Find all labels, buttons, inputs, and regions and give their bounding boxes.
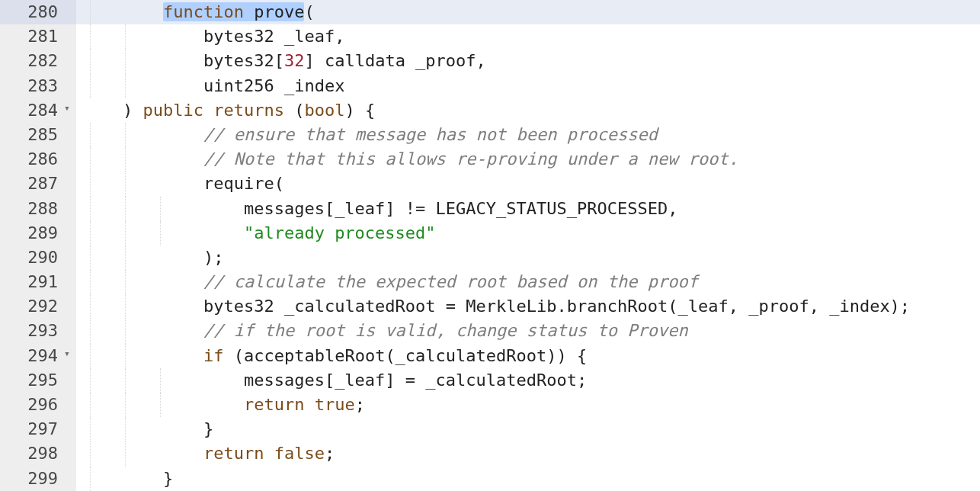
code-content[interactable]: } bbox=[76, 467, 980, 491]
token-kw: returns bbox=[213, 101, 284, 120]
token-id: ; bbox=[325, 444, 335, 463]
code-line[interactable]: 282 bytes32[32] calldata _proof, bbox=[0, 49, 980, 73]
code-content[interactable]: bytes32[32] calldata _proof, bbox=[76, 49, 980, 73]
token-id: bytes32 _calculatedRoot = MerkleLib.bran… bbox=[203, 297, 910, 316]
code-content[interactable]: // Note that this allows re-proving unde… bbox=[76, 147, 980, 172]
token-id: ( bbox=[284, 101, 305, 120]
code-line[interactable]: 298 return false; bbox=[0, 441, 980, 466]
token-sel: function prove bbox=[163, 2, 304, 21]
token-ty: bool bbox=[304, 101, 344, 120]
code-text: // if the root is valid, change status t… bbox=[82, 321, 688, 340]
code-content[interactable]: if (acceptableRoot(_calculatedRoot)) { bbox=[76, 344, 980, 368]
line-number: 292 bbox=[0, 294, 62, 319]
code-content[interactable]: function prove( bbox=[76, 0, 980, 24]
code-content[interactable]: "already processed" bbox=[76, 221, 980, 246]
code-line[interactable]: 295 messages[_leaf] = _calculatedRoot; bbox=[0, 368, 980, 393]
token-cm: // calculate the expected root based on … bbox=[203, 272, 698, 291]
code-line[interactable]: 285 // ensure that message has not been … bbox=[0, 123, 980, 147]
fold-gutter bbox=[62, 123, 76, 147]
line-number: 285 bbox=[0, 123, 62, 147]
code-line[interactable]: 296 return true; bbox=[0, 393, 980, 417]
fold-toggle-icon[interactable] bbox=[62, 98, 76, 123]
line-number: 286 bbox=[0, 147, 62, 172]
code-line[interactable]: 299 } bbox=[0, 467, 980, 491]
code-text: "already processed" bbox=[82, 223, 436, 242]
line-number: 287 bbox=[0, 172, 62, 196]
token-id: (acceptableRoot(_calculatedRoot)) { bbox=[223, 346, 587, 365]
code-line[interactable]: 291 // calculate the expected root based… bbox=[0, 270, 980, 294]
fold-gutter bbox=[62, 172, 76, 196]
code-text: uint256 _index bbox=[82, 76, 344, 95]
code-content[interactable]: ); bbox=[76, 246, 980, 270]
code-content[interactable]: return false; bbox=[76, 441, 980, 466]
token-ty: false bbox=[274, 444, 325, 463]
token-id: uint256 _index bbox=[203, 76, 344, 95]
line-number: 290 bbox=[0, 246, 62, 270]
code-content[interactable]: require( bbox=[76, 172, 980, 196]
fold-gutter bbox=[62, 221, 76, 246]
code-line[interactable]: 297 } bbox=[0, 417, 980, 441]
code-content[interactable]: bytes32 _leaf, bbox=[76, 24, 980, 49]
code-content[interactable]: // ensure that message has not been proc… bbox=[76, 123, 980, 147]
code-content[interactable]: messages[_leaf] = _calculatedRoot; bbox=[76, 368, 980, 393]
code-content[interactable]: uint256 _index bbox=[76, 74, 980, 98]
token-kw: return bbox=[244, 395, 304, 414]
code-line[interactable]: 290 ); bbox=[0, 246, 980, 270]
code-content[interactable]: return true; bbox=[76, 393, 980, 417]
token-id: ); bbox=[203, 248, 224, 267]
fold-gutter bbox=[62, 147, 76, 172]
code-text: messages[_leaf] != LEGACY_STATUS_PROCESS… bbox=[82, 199, 677, 218]
token-id: } bbox=[203, 419, 213, 438]
code-text: // Note that this allows re-proving unde… bbox=[82, 149, 738, 168]
line-number: 291 bbox=[0, 270, 62, 294]
token-ty: true bbox=[315, 395, 355, 414]
code-line[interactable]: 293 // if the root is valid, change stat… bbox=[0, 319, 980, 343]
code-line[interactable]: 280 function prove( bbox=[0, 0, 980, 24]
fold-gutter bbox=[62, 24, 76, 49]
fold-gutter bbox=[62, 270, 76, 294]
token-cm: // Note that this allows re-proving unde… bbox=[203, 149, 738, 168]
token-kw: return bbox=[203, 444, 264, 463]
code-content[interactable]: bytes32 _calculatedRoot = MerkleLib.bran… bbox=[76, 294, 980, 319]
token-cm: // if the root is valid, change status t… bbox=[203, 321, 688, 340]
fold-gutter bbox=[62, 49, 76, 73]
token-id: messages[_leaf] != LEGACY_STATUS_PROCESS… bbox=[244, 199, 678, 218]
fold-gutter bbox=[62, 0, 76, 24]
code-line[interactable]: 292 bytes32 _calculatedRoot = MerkleLib.… bbox=[0, 294, 980, 319]
fold-gutter bbox=[62, 467, 76, 491]
code-editor[interactable]: 280 function prove(281 bytes32 _leaf,282… bbox=[0, 0, 980, 491]
line-number: 284 bbox=[0, 98, 62, 123]
code-text: function prove( bbox=[82, 2, 315, 21]
code-line[interactable]: 283 uint256 _index bbox=[0, 74, 980, 98]
fold-gutter bbox=[62, 393, 76, 417]
token-id: bytes32[ bbox=[203, 51, 284, 70]
code-text: return true; bbox=[82, 395, 365, 414]
token-str: "already processed" bbox=[244, 223, 436, 242]
line-number: 288 bbox=[0, 197, 62, 221]
code-line[interactable]: 284 ) public returns (bool) { bbox=[0, 98, 980, 123]
code-content[interactable]: // if the root is valid, change status t… bbox=[76, 319, 980, 343]
code-content[interactable]: ) public returns (bool) { bbox=[76, 98, 980, 123]
line-number: 296 bbox=[0, 393, 62, 417]
code-content[interactable]: // calculate the expected root based on … bbox=[76, 270, 980, 294]
fold-gutter bbox=[62, 197, 76, 221]
code-line[interactable]: 287 require( bbox=[0, 172, 980, 196]
token-kw: if bbox=[203, 346, 224, 365]
fold-gutter bbox=[62, 294, 76, 319]
token-id bbox=[203, 101, 213, 120]
code-line[interactable]: 289 "already processed" bbox=[0, 221, 980, 246]
code-content[interactable]: messages[_leaf] != LEGACY_STATUS_PROCESS… bbox=[76, 197, 980, 221]
code-content[interactable]: } bbox=[76, 417, 980, 441]
token-id: require( bbox=[203, 174, 284, 193]
line-number: 295 bbox=[0, 368, 62, 393]
code-text: ) public returns (bool) { bbox=[82, 101, 375, 120]
code-line[interactable]: 288 messages[_leaf] != LEGACY_STATUS_PRO… bbox=[0, 197, 980, 221]
line-number: 294 bbox=[0, 344, 62, 368]
token-id: messages[_leaf] = _calculatedRoot; bbox=[244, 371, 587, 390]
fold-toggle-icon[interactable] bbox=[62, 344, 76, 368]
code-line[interactable]: 294 if (acceptableRoot(_calculatedRoot))… bbox=[0, 344, 980, 368]
token-num: 32 bbox=[284, 51, 305, 70]
code-text: require( bbox=[82, 174, 284, 193]
code-line[interactable]: 281 bytes32 _leaf, bbox=[0, 24, 980, 49]
code-line[interactable]: 286 // Note that this allows re-proving … bbox=[0, 147, 980, 172]
